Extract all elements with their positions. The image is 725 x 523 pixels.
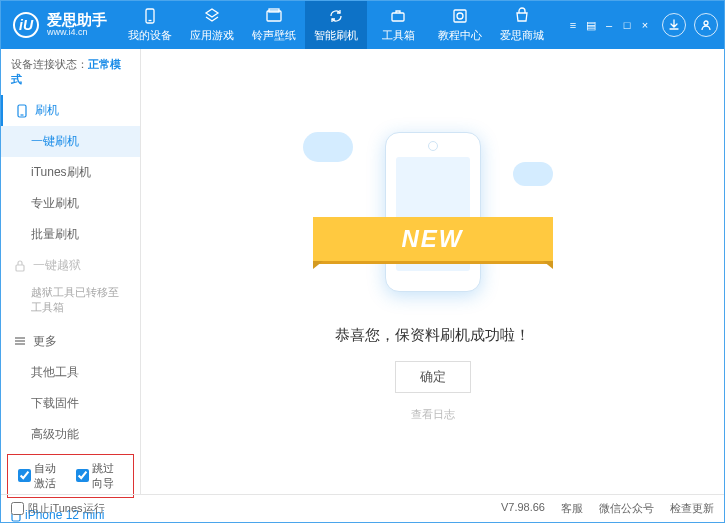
nav-item-phone[interactable]: 我的设备 (119, 1, 181, 49)
theme-icon[interactable]: ▤ (584, 18, 598, 32)
apps-icon (203, 7, 221, 25)
nav-label: 爱思商城 (500, 28, 544, 43)
nav-label: 工具箱 (382, 28, 415, 43)
phone-icon (15, 104, 29, 118)
settings-icon[interactable]: ≡ (566, 18, 580, 32)
help-icon (451, 7, 469, 25)
media-icon (265, 7, 283, 25)
wechat-link[interactable]: 微信公众号 (599, 501, 654, 516)
sidebar-item[interactable]: 专业刷机 (1, 188, 140, 219)
sidebar-item[interactable]: 批量刷机 (1, 219, 140, 250)
nav-item-apps[interactable]: 应用游戏 (181, 1, 243, 49)
sidebar-section-more[interactable]: 更多 (1, 326, 140, 357)
refresh-icon (327, 7, 345, 25)
nav-item-help[interactable]: 教程中心 (429, 1, 491, 49)
tools-icon (389, 7, 407, 25)
version-label: V7.98.66 (501, 501, 545, 516)
view-log-link[interactable]: 查看日志 (411, 407, 455, 422)
nav-label: 铃声壁纸 (252, 28, 296, 43)
nav-item-tools[interactable]: 工具箱 (367, 1, 429, 49)
conn-label: 设备连接状态： (11, 58, 88, 70)
sidebar-section-flash[interactable]: 刷机 (1, 95, 140, 126)
menu-icon (13, 334, 27, 348)
main-content: NEW 恭喜您，保资料刷机成功啦！ 确定 查看日志 (141, 49, 724, 494)
nav-item-media[interactable]: 铃声壁纸 (243, 1, 305, 49)
svg-rect-10 (16, 265, 24, 271)
lock-icon (13, 259, 27, 273)
support-link[interactable]: 客服 (561, 501, 583, 516)
brand: iU 爱思助手 www.i4.cn (1, 12, 119, 38)
nav-label: 智能刷机 (314, 28, 358, 43)
nav-item-shop[interactable]: 爱思商城 (491, 1, 553, 49)
minimize-button[interactable]: – (602, 18, 616, 32)
nav-label: 教程中心 (438, 28, 482, 43)
user-icon[interactable] (694, 13, 718, 37)
check-update-link[interactable]: 检查更新 (670, 501, 714, 516)
close-button[interactable]: × (638, 18, 652, 32)
success-illustration: NEW (333, 122, 533, 302)
sidebar: 设备连接状态：正常模式 刷机 一键刷机iTunes刷机专业刷机批量刷机 一键越狱… (1, 49, 141, 494)
svg-rect-4 (392, 13, 404, 21)
brand-name: 爱思助手 (47, 12, 107, 29)
connection-status: 设备连接状态：正常模式 (1, 49, 140, 95)
more-head-label: 更多 (33, 333, 57, 350)
flash-head-label: 刷机 (35, 102, 59, 119)
sidebar-section-jailbreak[interactable]: 一键越狱 (1, 250, 140, 281)
sidebar-item[interactable]: 一键刷机 (1, 126, 140, 157)
main-nav: 我的设备应用游戏铃声壁纸智能刷机工具箱教程中心爱思商城 (119, 1, 566, 49)
svg-point-6 (457, 13, 463, 19)
brand-url: www.i4.cn (47, 28, 107, 38)
block-itunes-checkbox[interactable]: 阻止iTunes运行 (11, 501, 105, 516)
svg-point-7 (704, 21, 708, 25)
sidebar-item[interactable]: 下载固件 (1, 388, 140, 419)
nav-label: 应用游戏 (190, 28, 234, 43)
nav-item-refresh[interactable]: 智能刷机 (305, 1, 367, 49)
maximize-button[interactable]: □ (620, 18, 634, 32)
statusbar: 阻止iTunes运行 V7.98.66 客服 微信公众号 检查更新 (1, 494, 724, 522)
svg-rect-5 (454, 10, 466, 22)
sidebar-item[interactable]: 其他工具 (1, 357, 140, 388)
nav-label: 我的设备 (128, 28, 172, 43)
success-message: 恭喜您，保资料刷机成功啦！ (335, 326, 530, 345)
download-icon[interactable] (662, 13, 686, 37)
phone-icon (141, 7, 159, 25)
jailbreak-note: 越狱工具已转移至工具箱 (1, 281, 140, 326)
skip-wizard-checkbox[interactable]: 跳过向导 (76, 461, 124, 491)
cloud-icon (513, 162, 553, 186)
new-ribbon: NEW (313, 217, 553, 261)
auto-activate-checkbox[interactable]: 自动激活 (18, 461, 66, 491)
sidebar-item[interactable]: iTunes刷机 (1, 157, 140, 188)
app-window: iU 爱思助手 www.i4.cn 我的设备应用游戏铃声壁纸智能刷机工具箱教程中… (0, 0, 725, 523)
logo-icon: iU (13, 12, 39, 38)
titlebar: iU 爱思助手 www.i4.cn 我的设备应用游戏铃声壁纸智能刷机工具箱教程中… (1, 1, 724, 49)
options-highlight-box: 自动激活 跳过向导 (7, 454, 134, 498)
cloud-icon (303, 132, 353, 162)
jailbreak-label: 一键越狱 (33, 257, 81, 274)
shop-icon (513, 7, 531, 25)
phone-illustration-icon (385, 132, 481, 292)
ok-button[interactable]: 确定 (395, 361, 471, 393)
sidebar-item[interactable]: 高级功能 (1, 419, 140, 450)
